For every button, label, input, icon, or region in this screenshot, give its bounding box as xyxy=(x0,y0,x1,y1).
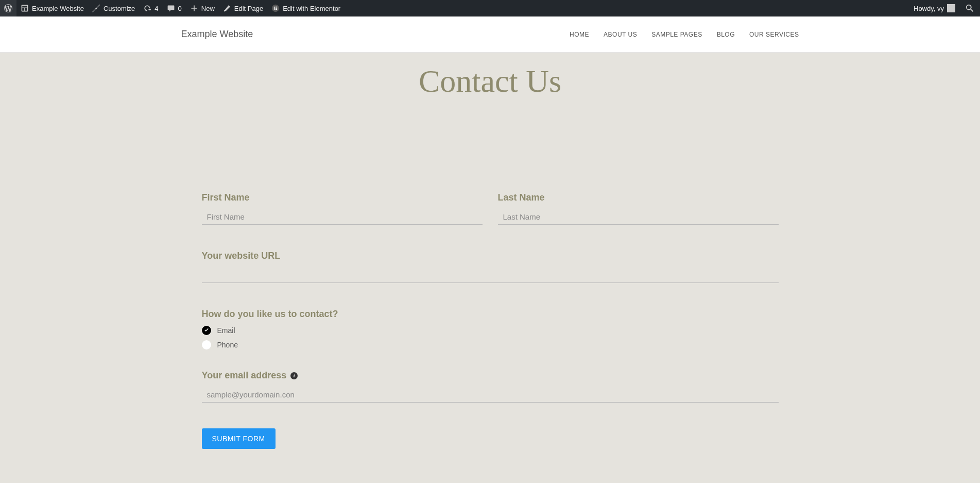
radio-email-label: Email xyxy=(217,326,235,335)
first-name-label: First Name xyxy=(202,192,483,203)
brush-icon xyxy=(92,4,100,12)
website-url-field-group: Your website URL xyxy=(202,251,779,283)
wordpress-icon xyxy=(4,4,12,12)
customize-label: Customize xyxy=(104,5,135,12)
site-title[interactable]: Example Website xyxy=(181,29,253,40)
admin-bar-left: Example Website Customize 4 0 New xyxy=(0,0,345,16)
first-name-input[interactable] xyxy=(202,209,483,225)
radio-phone-indicator xyxy=(202,340,211,349)
website-url-label: Your website URL xyxy=(202,251,779,261)
elementor-menu[interactable]: Edit with Elementor xyxy=(267,0,345,16)
user-menu[interactable]: Howdy, vy xyxy=(909,0,959,16)
nav-services[interactable]: OUR SERVICES xyxy=(749,31,799,38)
elementor-icon xyxy=(271,4,280,12)
dashboard-icon xyxy=(21,4,29,12)
customize-menu[interactable]: Customize xyxy=(88,0,139,16)
comments-menu[interactable]: 0 xyxy=(163,0,186,16)
update-count: 4 xyxy=(154,5,158,12)
radio-email-indicator xyxy=(202,326,211,335)
nav-samples[interactable]: SAMPLE PAGES xyxy=(651,31,702,38)
nav-home[interactable]: HOME xyxy=(570,31,589,38)
main-navigation: HOME ABOUT US SAMPLE PAGES BLOG OUR SERV… xyxy=(570,31,799,38)
edit-page-menu[interactable]: Edit Page xyxy=(219,0,267,16)
website-url-input[interactable] xyxy=(202,268,779,283)
edit-page-label: Edit Page xyxy=(234,5,263,12)
email-address-input[interactable] xyxy=(202,387,779,403)
nav-blog[interactable]: BLOG xyxy=(717,31,735,38)
wp-admin-bar: Example Website Customize 4 0 New xyxy=(0,0,980,16)
radio-option-phone[interactable]: Phone xyxy=(202,340,779,349)
updates-menu[interactable]: 4 xyxy=(139,0,162,16)
site-name-menu[interactable]: Example Website xyxy=(16,0,88,16)
new-content-menu[interactable]: New xyxy=(186,0,219,16)
checkmark-icon xyxy=(204,328,209,333)
nav-about[interactable]: ABOUT US xyxy=(604,31,637,38)
submit-button[interactable]: SUBMIT FORM xyxy=(202,428,276,449)
radio-option-email[interactable]: Email xyxy=(202,326,779,335)
page-title: Contact Us xyxy=(0,63,980,99)
comment-icon xyxy=(167,4,175,12)
contact-method-label: How do you like us to contact? xyxy=(202,309,779,320)
pencil-icon xyxy=(223,4,231,12)
email-address-label: Your email address xyxy=(202,370,287,381)
contact-form: First Name Last Name Your website URL Ho… xyxy=(181,192,799,449)
last-name-label: Last Name xyxy=(498,192,779,203)
search-icon xyxy=(965,4,974,13)
update-icon xyxy=(143,4,151,12)
first-name-field-group: First Name xyxy=(202,192,483,225)
plus-icon xyxy=(190,4,198,12)
user-avatar xyxy=(947,4,955,12)
elementor-label: Edit with Elementor xyxy=(283,5,340,12)
admin-search-button[interactable] xyxy=(964,2,976,14)
info-icon[interactable]: i xyxy=(290,372,298,379)
page-content: Contact Us First Name Last Name Your web… xyxy=(0,53,980,449)
greeting-text: Howdy, vy xyxy=(914,5,944,12)
new-label: New xyxy=(201,5,215,12)
last-name-input[interactable] xyxy=(498,209,779,225)
radio-phone-label: Phone xyxy=(217,341,238,349)
contact-method-group: How do you like us to contact? Email Pho… xyxy=(202,309,779,349)
email-address-field-group: Your email address i xyxy=(202,370,779,403)
admin-bar-right: Howdy, vy xyxy=(909,0,976,16)
site-header: Example Website HOME ABOUT US SAMPLE PAG… xyxy=(0,16,980,53)
last-name-field-group: Last Name xyxy=(498,192,779,225)
comment-count: 0 xyxy=(178,5,182,12)
wp-logo-menu[interactable] xyxy=(0,0,16,16)
admin-site-name: Example Website xyxy=(32,5,84,12)
